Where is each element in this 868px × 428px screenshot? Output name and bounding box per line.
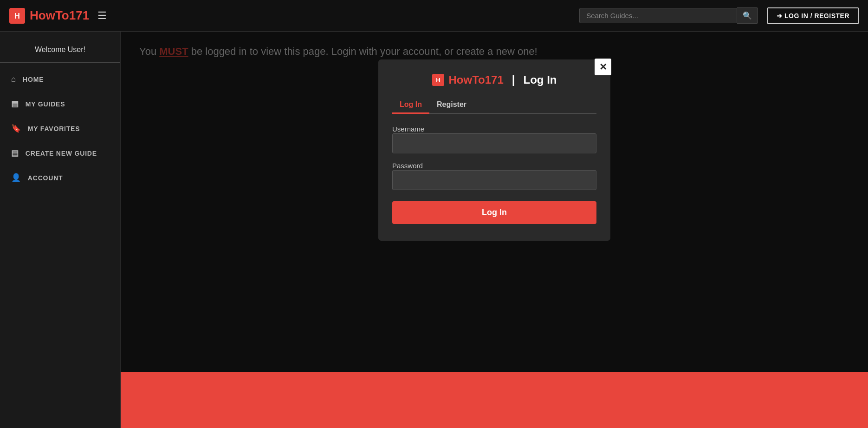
home-icon: ⌂	[11, 75, 16, 84]
main-content: You MUST be logged in to view this page.…	[121, 32, 868, 372]
header: H HowTo171 ☰ 🔍 ➜ LOG IN / REGISTER	[0, 0, 868, 32]
modal-logo-icon: H	[432, 74, 444, 86]
login-register-button[interactable]: ➜ LOG IN / REGISTER	[767, 7, 859, 24]
hamburger-icon[interactable]: ☰	[97, 10, 107, 22]
login-modal: ✕ H HowTo171 | Log In Log In Register Us…	[378, 59, 610, 241]
svg-text:H: H	[14, 12, 20, 20]
sidebar-item-label: MY FAVORITES	[28, 125, 80, 132]
sidebar-item-account[interactable]: 👤 ACCOUNT	[0, 165, 120, 190]
modal-title-action: Log In	[523, 73, 557, 86]
sidebar-welcome: Welcome User!	[0, 41, 120, 63]
tab-login[interactable]: Log In	[392, 97, 429, 114]
modal-title: H HowTo171 | Log In	[392, 73, 596, 86]
sidebar-item-create-new-guide[interactable]: ▤ CREATE NEW GUIDE	[0, 141, 120, 165]
modal-tabs: Log In Register	[392, 97, 596, 114]
search-button[interactable]: 🔍	[737, 7, 758, 24]
login-button[interactable]: Log In	[392, 201, 596, 224]
logo-text: HowTo171	[30, 8, 89, 23]
logo-icon: H	[9, 8, 25, 24]
logo-link[interactable]: H HowTo171	[9, 8, 89, 24]
sidebar: Welcome User! ⌂ HOME ▤ MY GUIDES 🔖 MY FA…	[0, 32, 121, 428]
modal-close-button[interactable]: ✕	[595, 59, 611, 75]
sidebar-item-label: HOME	[23, 76, 44, 83]
header-search: 🔍	[579, 7, 758, 24]
modal-overlay: ✕ H HowTo171 | Log In Log In Register Us…	[121, 32, 868, 372]
svg-text:H: H	[436, 77, 440, 84]
username-input[interactable]	[392, 133, 596, 153]
account-icon: 👤	[11, 173, 21, 183]
sidebar-item-label: ACCOUNT	[28, 174, 63, 182]
modal-logo-text: HowTo171	[449, 73, 504, 86]
sidebar-item-home[interactable]: ⌂ HOME	[0, 67, 120, 92]
search-input[interactable]	[579, 8, 737, 23]
guides-icon: ▤	[11, 99, 19, 109]
sidebar-item-my-guides[interactable]: ▤ MY GUIDES	[0, 92, 120, 116]
search-input-wrap: 🔍	[579, 7, 758, 24]
username-label: Username	[392, 125, 424, 133]
create-guide-icon: ▤	[11, 148, 19, 158]
modal-title-separator: |	[512, 73, 515, 86]
password-input[interactable]	[392, 170, 596, 190]
tab-register[interactable]: Register	[429, 97, 474, 114]
sidebar-item-my-favorites[interactable]: 🔖 MY FAVORITES	[0, 116, 120, 141]
password-label: Password	[392, 162, 423, 170]
footer	[121, 372, 868, 428]
favorites-icon: 🔖	[11, 124, 21, 133]
sidebar-item-label: MY GUIDES	[26, 100, 65, 108]
sidebar-item-label: CREATE NEW GUIDE	[26, 150, 97, 157]
